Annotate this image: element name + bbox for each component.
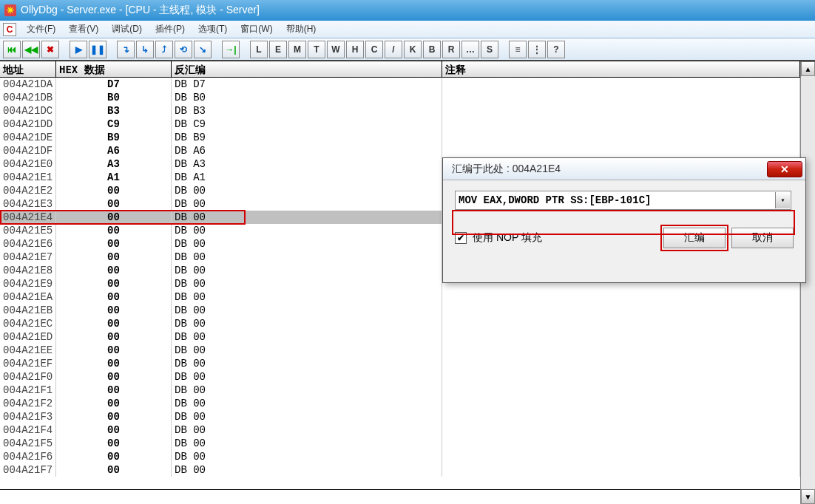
disasm-row[interactable]: 004A21F100DB 00 [0, 384, 800, 397]
disasm-row[interactable]: 004A21EF00DB 00 [0, 357, 800, 370]
disasm-row[interactable]: 004A21F300DB 00 [0, 410, 800, 423]
tb-pause-icon[interactable]: ❚❚ [89, 41, 106, 58]
disasm-header: 地址 HEX 数据 反汇编 注释 [0, 61, 800, 78]
cell-hex: 00 [56, 197, 172, 211]
cell-disassembly: DB A3 [172, 157, 442, 171]
cell-disassembly: DB D7 [172, 78, 442, 91]
cell-disassembly: DB 00 [172, 290, 442, 304]
disasm-row[interactable]: 004A21F000DB 00 [0, 370, 800, 384]
tb-letter-H[interactable]: H [346, 41, 364, 58]
cell-address: 004A21DB [0, 91, 56, 104]
cell-address: 004A21E7 [0, 251, 56, 264]
cell-comment [442, 91, 800, 104]
tb-letter-B[interactable]: B [423, 41, 441, 58]
col-header-comment: 注释 [442, 61, 800, 77]
tb-stepinto-icon[interactable]: ↴ [117, 41, 135, 58]
cell-address: 004A21EC [0, 317, 56, 330]
disasm-row[interactable]: 004A21EC00DB 00 [0, 317, 800, 330]
cell-disassembly: DB 00 [172, 277, 442, 290]
cell-address: 004A21F0 [0, 370, 56, 384]
cell-hex: B3 [56, 104, 172, 118]
cell-disassembly: DB 00 [172, 197, 442, 211]
cell-comment [442, 423, 800, 437]
disasm-body[interactable]: 004A21DAD7DB D7004A21DBB0DB B0004A21DCB3… [0, 78, 800, 504]
tb-letter-S[interactable]: S [481, 41, 498, 58]
cell-comment [442, 463, 800, 477]
instruction-input[interactable]: MOV EAX,DWORD PTR SS:[EBP-101C] ▾ [455, 191, 791, 210]
tb-restart-icon[interactable]: ⏮ [3, 41, 21, 58]
tb-letter-slash[interactable]: / [385, 41, 402, 58]
disasm-row[interactable]: 004A21DAD7DB D7 [0, 78, 800, 91]
tb-letter-W[interactable]: W [327, 41, 345, 58]
scroll-down-icon[interactable]: ▼ [801, 489, 815, 504]
dialog-titlebar[interactable]: 汇编于此处 : 004A21E4 ✕ [443, 158, 805, 180]
menu-debug[interactable]: 调试(D) [106, 21, 148, 37]
dialog-close-button[interactable]: ✕ [767, 161, 802, 177]
tb-letter-K[interactable]: K [404, 41, 422, 58]
tb-close-icon[interactable]: ✖ [41, 41, 59, 58]
assemble-button[interactable]: 汇编 [663, 228, 726, 248]
disasm-row[interactable]: 004A21DBB0DB B0 [0, 91, 800, 104]
tb-options-icon[interactable]: ⋮ [528, 41, 546, 58]
cell-disassembly: DB 00 [172, 423, 442, 437]
tb-run-icon[interactable]: ▶ [70, 41, 87, 58]
tb-trace-icon[interactable]: ⟲ [175, 41, 192, 58]
scroll-up-icon[interactable]: ▲ [801, 61, 815, 76]
disasm-row[interactable]: 004A21F200DB 00 [0, 397, 800, 410]
tb-letter-M[interactable]: M [288, 41, 306, 58]
cell-hex: 00 [56, 304, 172, 317]
disasm-row[interactable]: 004A21DDC9DB C9 [0, 118, 800, 131]
cpu-icon[interactable]: C [3, 23, 16, 36]
tb-letter-L[interactable]: L [250, 41, 268, 58]
cell-disassembly: DB B9 [172, 131, 442, 144]
menu-help[interactable]: 帮助(H) [280, 21, 322, 37]
disasm-row[interactable]: 004A21F600DB 00 [0, 450, 800, 463]
cell-disassembly: DB 00 [172, 251, 442, 264]
menu-window[interactable]: 窗口(W) [234, 21, 278, 37]
disasm-row[interactable]: 004A21DFA6DB A6 [0, 144, 800, 157]
tb-help-icon[interactable]: ? [547, 41, 565, 58]
dropdown-icon[interactable]: ▾ [775, 192, 790, 208]
disasm-row[interactable]: 004A21F500DB 00 [0, 437, 800, 450]
close-icon: ✕ [780, 163, 789, 175]
tb-stepover-icon[interactable]: ↳ [136, 41, 154, 58]
cell-comment [442, 290, 800, 304]
disasm-row[interactable]: 004A21EA00DB 00 [0, 290, 800, 304]
tb-letter-T[interactable]: T [308, 41, 325, 58]
menu-plugins[interactable]: 插件(P) [149, 21, 191, 37]
tb-goto-icon[interactable]: →| [222, 41, 240, 58]
fill-nop-checkbox[interactable]: ✔ [455, 232, 467, 244]
cell-address: 004A21F7 [0, 463, 56, 477]
disasm-row[interactable]: 004A21DEB9DB B9 [0, 131, 800, 144]
cell-address: 004A21F6 [0, 450, 56, 463]
cell-disassembly: DB B0 [172, 91, 442, 104]
cell-hex: 00 [56, 317, 172, 330]
tb-settings-icon[interactable]: ≡ [509, 41, 527, 58]
menu-options[interactable]: 选项(T) [192, 21, 233, 37]
cell-disassembly: DB A6 [172, 144, 442, 157]
tb-until-icon[interactable]: ↘ [194, 41, 212, 58]
instruction-text: MOV EAX,DWORD PTR SS:[EBP-101C] [459, 194, 651, 206]
tb-letter-C[interactable]: C [365, 41, 383, 58]
tb-letter-E[interactable]: E [269, 41, 287, 58]
cell-disassembly: DB 00 [172, 237, 442, 251]
cell-address: 004A21F1 [0, 384, 56, 397]
menubar: C 文件(F) 查看(V) 调试(D) 插件(P) 选项(T) 窗口(W) 帮助… [0, 21, 815, 38]
disasm-row[interactable]: 004A21ED00DB 00 [0, 330, 800, 344]
tb-rewind-icon[interactable]: ◀◀ [22, 41, 40, 58]
disasm-row[interactable]: 004A21DCB3DB B3 [0, 104, 800, 118]
menu-file[interactable]: 文件(F) [21, 21, 61, 37]
cell-disassembly: DB 00 [172, 344, 442, 357]
cell-comment [442, 144, 800, 157]
disasm-row[interactable]: 004A21F400DB 00 [0, 423, 800, 437]
cell-comment [442, 131, 800, 144]
tb-letter-R[interactable]: R [442, 41, 460, 58]
menu-view[interactable]: 查看(V) [63, 21, 104, 37]
disasm-row[interactable]: 004A21EE00DB 00 [0, 344, 800, 357]
disasm-row[interactable]: 004A21F700DB 00 [0, 463, 800, 477]
tb-stepout-icon[interactable]: ⤴ [155, 41, 173, 58]
tb-letter-more[interactable]: … [461, 41, 479, 58]
cell-hex: 00 [56, 184, 172, 197]
disasm-row[interactable]: 004A21EB00DB 00 [0, 304, 800, 317]
cancel-button[interactable]: 取消 [731, 228, 794, 248]
